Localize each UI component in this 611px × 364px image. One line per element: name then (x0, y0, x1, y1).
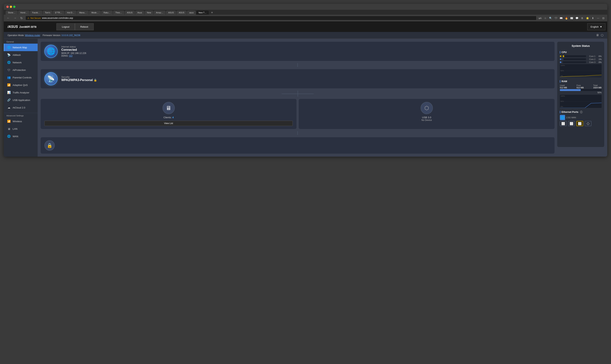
security-label: Security: (61, 76, 97, 78)
eth-port-1[interactable]: ⬜ (560, 121, 567, 126)
lan-icon: 🖥 (7, 127, 11, 131)
cpu-grid-line (560, 71, 602, 71)
tab-newt[interactable]: New T… (196, 11, 209, 15)
back-button[interactable]: ← (6, 16, 11, 20)
tab-amaz[interactable]: Amaz… (154, 11, 166, 15)
monitor-icon[interactable]: 🖥 (596, 33, 599, 37)
ext4-icon[interactable]: 🔥 (564, 16, 569, 20)
sidebar-item-aimesh[interactable]: 📡 AiMesh (4, 51, 38, 59)
reload-button[interactable]: ↻ (19, 16, 24, 20)
sidebar-item-network[interactable]: 🌐 Network (4, 59, 38, 66)
reboot-button[interactable]: Reboot (75, 23, 94, 30)
tab-asus1[interactable]: ASUS (125, 11, 135, 15)
language-label: English (590, 25, 598, 28)
ext6-icon[interactable]: 💬 (575, 16, 579, 20)
eth-port-usb[interactable]: ⬡ (585, 121, 591, 126)
eth-port-2[interactable]: ⬜ (568, 121, 575, 126)
sidebar-item-usb-application[interactable]: 🔗 USB Application (4, 96, 38, 104)
ext7-icon[interactable]: B (580, 16, 584, 20)
maximize-button[interactable] (13, 6, 15, 8)
system-status-title: System Status (560, 44, 602, 47)
wireless-router-link[interactable]: Wireless router (25, 34, 40, 37)
op-mode-info: Operation Mode: Wireless router Firmware… (8, 34, 80, 37)
browser-toolbar: ← → ↻ ⚠ Not Secure www.asusrouter.com/in… (4, 15, 607, 21)
close-button[interactable] (6, 6, 9, 8)
sidebar-toggle[interactable]: ⊡ (601, 16, 605, 20)
address-bar[interactable]: ⚠ Not Secure www.asusrouter.com/index.as… (25, 16, 536, 20)
eth-port-3-active[interactable]: ⬜ (576, 121, 583, 126)
sidebar-label-lan: LAN (13, 128, 17, 130)
tab-asus5[interactable]: asus (187, 11, 196, 15)
core3-label: Core 3 (587, 61, 595, 63)
view-list-button[interactable]: View List (44, 121, 293, 126)
internet-info: Internet status: Connected WAN IP: 192.1… (61, 46, 86, 57)
usb-icon[interactable]: ⬡ (601, 33, 603, 37)
sidebar-item-network-map[interactable]: 🌐 Network Map (4, 44, 38, 51)
tab-facebook[interactable]: Faceb… (30, 11, 42, 15)
tab-stories[interactable]: Storie… (6, 11, 18, 15)
eth-port-row: ⬜ ⬜ ⬜ ⬡ (560, 121, 602, 126)
sidebar-item-aicloud[interactable]: ☁ AiCloud 2.0 (4, 104, 38, 111)
ram-chart-100: 100% (561, 95, 565, 97)
sidebar-label-usb: USB Application (13, 99, 30, 102)
sidebar-item-lan[interactable]: 🖥 LAN (4, 125, 38, 132)
ext2-icon[interactable]: 🛡 (554, 16, 558, 20)
tab-asus4[interactable]: ASUS (176, 11, 186, 15)
sidebar-item-traffic-analyzer[interactable]: 📊 Traffic Analyzer (4, 89, 38, 96)
download-icon[interactable]: ⬇ (591, 16, 595, 20)
new-tab-button[interactable]: + (210, 11, 214, 15)
ddns-label: DDNS: (61, 54, 68, 57)
tab-honda[interactable]: Hond… (18, 11, 29, 15)
parental-controls-icon: 👥 (7, 76, 11, 79)
ram-used-label: Used (560, 84, 567, 87)
tab-new[interactable]: New (145, 11, 153, 15)
clients-count: 4 (172, 116, 174, 119)
chevron-down-icon: ▼ (600, 25, 602, 28)
router-status-box: 📡 Security: WPA2/WPA3-Personal 🔒 (41, 69, 555, 88)
adaptive-qos-icon: 📶 (7, 83, 11, 87)
sidebar-item-aiprotection[interactable]: 🛡 AiProtection (4, 66, 38, 74)
forward-button[interactable]: → (13, 16, 18, 20)
cpu-core-2-row: Core 2 1% (560, 58, 602, 60)
tab-toms[interactable]: Tom's (43, 11, 53, 15)
tab-thes[interactable]: Thes… (113, 11, 124, 15)
more-icon[interactable]: ⋯ (596, 16, 600, 20)
sidebar-item-wan[interactable]: 🌐 WAN (4, 132, 38, 140)
aicloud-icon: ☁ (7, 106, 11, 109)
branch-connector (41, 91, 555, 97)
cpu-header: CPU (560, 51, 602, 53)
sidebar-item-parental-controls[interactable]: 👥 Parental Controls (4, 74, 38, 81)
connector-line-1 (297, 63, 298, 67)
ext3-icon[interactable]: 📖 (559, 16, 563, 20)
device-boxes: 🖥 Clients: 4 View List ⬡ USB 3.0 (41, 99, 555, 129)
ram-used: Used 512 MB (560, 84, 567, 89)
minimize-button[interactable] (10, 6, 12, 8)
core1-label: Core 1 (587, 55, 595, 57)
sidebar-item-wireless[interactable]: 📶 Wireless (4, 117, 38, 125)
internet-status-label: Internet status: (61, 46, 86, 48)
ddns-link[interactable]: GO (69, 54, 73, 57)
tab-hotd[interactable]: Hot D… (65, 11, 77, 15)
tab-asus3[interactable]: ASUS (166, 11, 176, 15)
advanced-section-label: Advanced Settings (4, 113, 38, 117)
ram-free: Free 512 MB (577, 84, 584, 89)
sidebar: General 🌐 Network Map 📡 AiMesh 🌐 Network… (4, 39, 38, 157)
logout-button[interactable]: Logout (56, 23, 75, 30)
tab-mana[interactable]: Mana… (77, 11, 89, 15)
ext5-icon[interactable]: 📰 (570, 16, 574, 20)
bookmark-icon[interactable]: ☆ (543, 16, 547, 20)
ext8-icon[interactable]: ⭐ (585, 16, 590, 20)
ram-pct: 50% (560, 91, 602, 94)
ethernet-header: Ethernet Ports i (560, 111, 602, 113)
sidebar-item-adaptive-qos[interactable]: 📶 Adaptive QoS (4, 81, 38, 89)
language-selector[interactable]: English ▼ (587, 23, 605, 30)
tab-etr[interactable]: E*TR… (53, 11, 64, 15)
tab-asus2[interactable]: Asus (135, 11, 144, 15)
ext1-icon[interactable]: 🔍 (548, 16, 553, 20)
tab-raku[interactable]: Raku… (101, 11, 113, 15)
usb-box: ⬡ USB 3.0 No Device (299, 99, 555, 129)
clients-info: Clients: 4 (163, 116, 174, 119)
reader-icon[interactable]: aA (538, 16, 542, 20)
tab-mode[interactable]: Mode… (89, 11, 101, 15)
cpu-label: CPU (561, 51, 567, 53)
